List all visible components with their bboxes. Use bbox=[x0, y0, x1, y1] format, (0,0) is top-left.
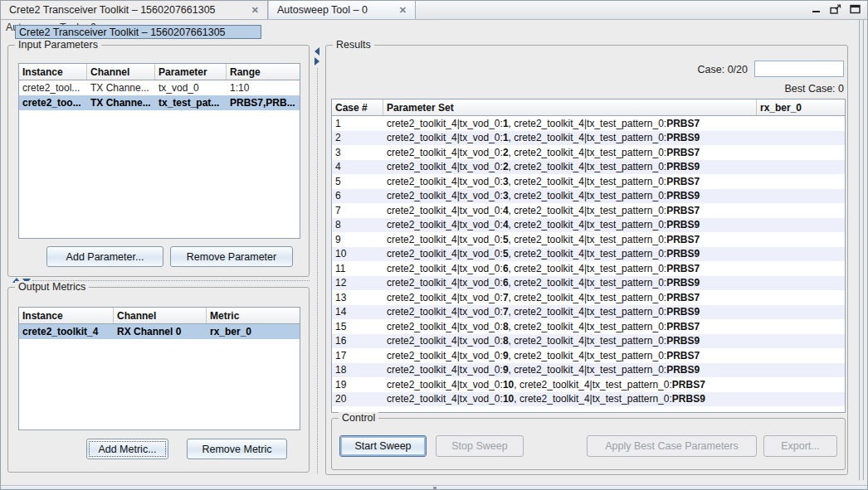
parameter-set-text: 6 bbox=[503, 263, 509, 274]
table-row[interactable]: 6crete2_toolkit_4|tx_vod_0:3, crete2_too… bbox=[332, 189, 845, 204]
input-parameters-table-body: crete2_tool...TX Channe...tx_vod_01:10cr… bbox=[19, 80, 300, 110]
table-cell: crete2_tool... bbox=[19, 82, 87, 94]
restore-icon[interactable] bbox=[850, 4, 861, 14]
table-cell: RX Channel 0 bbox=[114, 326, 207, 337]
collapse-left-icon[interactable] bbox=[315, 47, 319, 56]
remove-parameter-button[interactable]: Remove Parameter bbox=[170, 246, 293, 267]
table-row[interactable]: 20crete2_toolkit_4|tx_vod_0:10, crete2_t… bbox=[332, 392, 845, 407]
table-cell: crete2_toolkit_4 bbox=[19, 326, 114, 337]
sash-handle-icon[interactable] bbox=[433, 487, 436, 490]
table-row[interactable]: 2crete2_toolkit_4|tx_vod_0:1, crete2_too… bbox=[332, 131, 845, 146]
add-parameter-button[interactable]: Add Parameter... bbox=[46, 246, 163, 267]
table-row[interactable]: crete2_too...TX Channe...tx_test_pat...P… bbox=[19, 95, 300, 110]
column-header[interactable]: Instance bbox=[19, 64, 87, 80]
parameter-set-text: PRBS7 bbox=[666, 205, 700, 216]
parameter-set-text: 1 bbox=[503, 118, 509, 129]
table-cell: 2 bbox=[332, 132, 383, 143]
table-row[interactable]: 11crete2_toolkit_4|tx_vod_0:6, crete2_to… bbox=[332, 261, 845, 276]
table-row[interactable]: 8crete2_toolkit_4|tx_vod_0:4, crete2_too… bbox=[332, 218, 845, 233]
column-header[interactable]: rx_ber_0 bbox=[757, 99, 845, 115]
parameter-set-text: crete2_toolkit_4|tx_vod_0: bbox=[387, 350, 503, 361]
column-header[interactable]: Parameter Set bbox=[383, 99, 757, 115]
parameter-set-text: 7 bbox=[503, 292, 509, 303]
column-header[interactable]: Range bbox=[227, 64, 300, 80]
column-header[interactable]: Metric bbox=[207, 308, 300, 323]
column-header[interactable]: Channel bbox=[87, 64, 155, 80]
output-metrics-table[interactable]: Instance Channel Metric crete2_toolkit_4… bbox=[18, 307, 300, 430]
column-header[interactable]: Instance bbox=[19, 308, 114, 323]
table-row[interactable]: 5crete2_toolkit_4|tx_vod_0:3, crete2_too… bbox=[332, 174, 845, 189]
table-row[interactable]: 4crete2_toolkit_4|tx_vod_0:2, crete2_too… bbox=[332, 160, 845, 175]
table-cell: 3 bbox=[332, 147, 383, 158]
output-metrics-table-body: crete2_toolkit_4RX Channel 0rx_ber_0 bbox=[19, 324, 300, 339]
table-row[interactable]: 1crete2_toolkit_4|tx_vod_0:1, crete2_too… bbox=[332, 116, 845, 131]
close-icon[interactable]: ✕ bbox=[399, 5, 407, 16]
parameter-set-text: PRBS9 bbox=[666, 306, 700, 318]
start-sweep-button[interactable]: Start Sweep bbox=[339, 435, 427, 457]
parameter-set-text: crete2_toolkit_4|tx_vod_0: bbox=[387, 205, 503, 216]
collapse-right-icon[interactable] bbox=[315, 57, 319, 65]
add-metric-button[interactable]: Add Metric... bbox=[86, 439, 168, 459]
parameter-set-text: crete2_toolkit_4|tx_vod_0: bbox=[387, 190, 503, 201]
parameter-set-text: crete2_toolkit_4|tx_vod_0: bbox=[387, 364, 503, 376]
vertical-splitter[interactable] bbox=[313, 45, 322, 473]
export-button[interactable]: Export... bbox=[763, 435, 837, 457]
parameter-set-text: 5 bbox=[503, 248, 509, 260]
parameter-set-text: crete2_toolkit_4|tx_vod_0: bbox=[387, 306, 503, 318]
table-row[interactable]: crete2_toolkit_4RX Channel 0rx_ber_0 bbox=[19, 324, 300, 339]
tab-crete2-transceiver-toolkit[interactable]: Crete2 Transceiver Toolkit – 15602076613… bbox=[1, 1, 268, 19]
parameter-set-text: crete2_toolkit_4|tx_vod_0: bbox=[387, 234, 503, 245]
parameter-set-text: , crete2_toolkit_4|tx_test_pattern_0: bbox=[509, 350, 667, 361]
bottom-sash[interactable] bbox=[1, 485, 867, 490]
table-row[interactable]: 16crete2_toolkit_4|tx_vod_0:8, crete2_to… bbox=[332, 334, 845, 349]
table-row[interactable]: 7crete2_toolkit_4|tx_vod_0:4, crete2_too… bbox=[332, 203, 845, 218]
parameter-set-text: PRBS7 bbox=[666, 147, 700, 158]
table-row[interactable]: 13crete2_toolkit_4|tx_vod_0:7, crete2_to… bbox=[332, 290, 845, 305]
parameter-set-text: PRBS7 bbox=[666, 321, 700, 332]
parameter-set-text: crete2_toolkit_4|tx_vod_0: bbox=[387, 176, 503, 187]
tab-autosweep-tool[interactable]: Autosweep Tool – 0 ✕ bbox=[268, 1, 416, 19]
table-row[interactable]: 14crete2_toolkit_4|tx_vod_0:7, crete2_to… bbox=[332, 305, 845, 320]
minimize-icon[interactable] bbox=[812, 4, 822, 14]
close-icon[interactable]: ✕ bbox=[251, 5, 259, 16]
parameter-set-text: crete2_toolkit_4|tx_vod_0: bbox=[387, 161, 503, 172]
remove-metric-button[interactable]: Remove Metric bbox=[187, 439, 287, 459]
table-row[interactable]: 9crete2_toolkit_4|tx_vod_0:5, crete2_too… bbox=[332, 232, 845, 247]
input-parameters-table[interactable]: Instance Channel Parameter Range crete2_… bbox=[18, 63, 300, 239]
stop-sweep-button[interactable]: Stop Sweep bbox=[436, 435, 524, 457]
table-cell: crete2_toolkit_4|tx_vod_0:3, crete2_tool… bbox=[383, 176, 757, 187]
table-cell: 1 bbox=[332, 118, 383, 129]
table-row[interactable]: 10crete2_toolkit_4|tx_vod_0:5, crete2_to… bbox=[332, 247, 845, 262]
parameter-set-text: , crete2_toolkit_4|tx_test_pattern_0: bbox=[509, 147, 667, 158]
parameter-set-text: crete2_toolkit_4|tx_vod_0: bbox=[387, 147, 503, 158]
tab-label: Autosweep Tool – 0 bbox=[277, 4, 393, 16]
column-header[interactable]: Channel bbox=[114, 308, 207, 323]
table-cell: 7 bbox=[332, 205, 383, 216]
parameter-set-text: crete2_toolkit_4|tx_vod_0: bbox=[387, 321, 503, 332]
column-header[interactable]: Parameter bbox=[155, 64, 227, 80]
parameter-set-text: crete2_toolkit_4|tx_vod_0: bbox=[387, 248, 503, 260]
table-row[interactable]: 3crete2_toolkit_4|tx_vod_0:2, crete2_too… bbox=[332, 145, 845, 160]
table-cell: crete2_toolkit_4|tx_vod_0:6, crete2_tool… bbox=[383, 263, 757, 274]
table-row[interactable]: 12crete2_toolkit_4|tx_vod_0:6, crete2_to… bbox=[332, 276, 845, 291]
table-row[interactable]: crete2_tool...TX Channe...tx_vod_01:10 bbox=[19, 80, 300, 95]
parameter-set-text: , crete2_toolkit_4|tx_test_pattern_0: bbox=[509, 321, 667, 332]
results-table[interactable]: Case # Parameter Set rx_ber_0 1crete2_to… bbox=[331, 99, 846, 413]
right-sash[interactable] bbox=[859, 20, 864, 480]
parameter-set-text: crete2_toolkit_4|tx_vod_0: bbox=[387, 132, 503, 143]
table-cell: crete2_toolkit_4|tx_vod_0:4, crete2_tool… bbox=[383, 205, 757, 216]
maximize-icon[interactable] bbox=[830, 4, 841, 14]
table-row[interactable]: 19crete2_toolkit_4|tx_vod_0:10, crete2_t… bbox=[332, 377, 845, 392]
apply-best-case-parameters-button[interactable]: Apply Best Case Parameters bbox=[587, 435, 757, 457]
table-row[interactable]: 17crete2_toolkit_4|tx_vod_0:9, crete2_to… bbox=[332, 348, 845, 363]
parameter-set-text: crete2_toolkit_4|tx_vod_0: bbox=[387, 379, 503, 391]
table-cell: TX Channe... bbox=[87, 82, 155, 94]
parameter-set-text: 4 bbox=[503, 205, 509, 216]
parameter-set-text: , crete2_toolkit_4|tx_test_pattern_0: bbox=[509, 364, 667, 376]
parameter-set-text: , crete2_toolkit_4|tx_test_pattern_0: bbox=[509, 118, 667, 129]
table-cell: crete2_toolkit_4|tx_vod_0:3, crete2_tool… bbox=[383, 190, 757, 201]
column-header[interactable]: Case # bbox=[332, 99, 383, 115]
table-row[interactable]: 15crete2_toolkit_4|tx_vod_0:8, crete2_to… bbox=[332, 319, 845, 334]
table-row[interactable]: 18crete2_toolkit_4|tx_vod_0:9, crete2_to… bbox=[332, 363, 845, 378]
parameter-set-text: , crete2_toolkit_4|tx_test_pattern_0: bbox=[514, 393, 672, 405]
